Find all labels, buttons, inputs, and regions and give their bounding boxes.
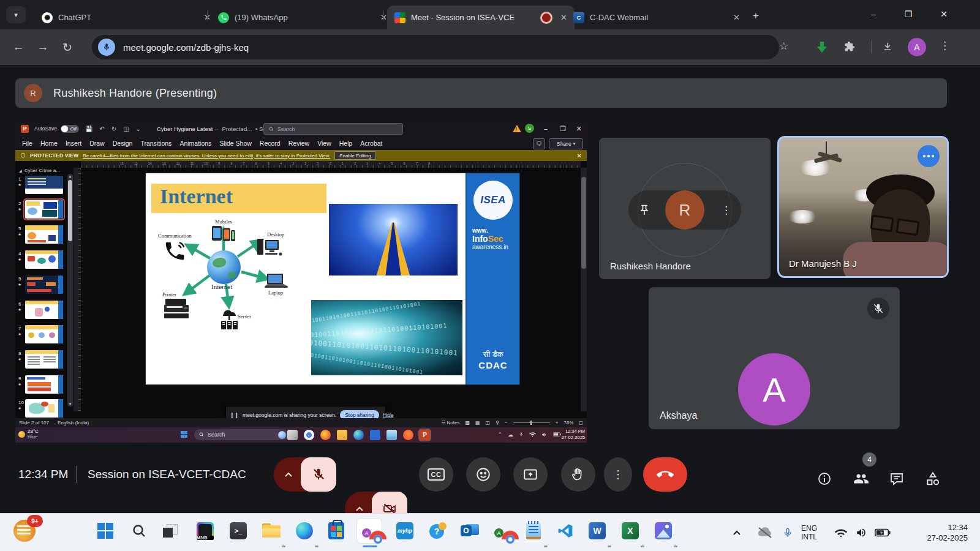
taskbar-search-icon[interactable] xyxy=(127,519,151,543)
view-slideshow-icon[interactable]: ⚲ xyxy=(496,420,499,425)
tab-search-chevron-icon[interactable]: ▾ xyxy=(6,6,26,23)
inner-battery-icon[interactable] xyxy=(553,432,561,437)
chat-button[interactable] xyxy=(884,467,909,491)
tray-mic-icon[interactable] xyxy=(783,514,793,551)
save-icon[interactable]: 💾 xyxy=(85,126,92,132)
slideshow-icon[interactable]: ◫ xyxy=(123,126,129,132)
menu-record[interactable]: Record xyxy=(260,140,281,147)
edge-icon[interactable] xyxy=(292,519,317,543)
language-switcher[interactable]: ENGINTL xyxy=(801,514,817,551)
chrome-profile2-icon[interactable]: A xyxy=(489,519,514,543)
more-options-button[interactable]: ⋮ xyxy=(604,457,632,492)
pause-icon[interactable]: ❙❙ xyxy=(230,412,239,418)
tile-akshaya[interactable]: A Akshaya xyxy=(649,287,900,429)
mic-mute-button[interactable] xyxy=(301,457,336,492)
slide-thumb-10[interactable]: 10★ xyxy=(15,399,74,420)
menu-transitions[interactable]: Transitions xyxy=(140,140,172,147)
slide-thumb-6[interactable]: 6★ xyxy=(15,301,74,321)
tile-rushikesh[interactable]: ⋮ R Rushikesh Handore xyxy=(599,138,771,279)
tray-battery-icon[interactable] xyxy=(875,514,891,551)
menu-draw[interactable]: Draw xyxy=(89,140,105,147)
inner-search-box[interactable]: Search xyxy=(194,429,288,440)
view-normal-icon[interactable]: ▩ xyxy=(465,420,470,425)
tray-speaker-icon[interactable] xyxy=(855,514,867,551)
pin-icon[interactable] xyxy=(638,204,650,216)
zoom-level[interactable]: 78% xyxy=(564,420,573,425)
inner-onedrive-icon[interactable]: ☁ xyxy=(508,432,513,438)
forward-button[interactable]: → xyxy=(31,35,55,59)
slide-thumb-5[interactable]: 5★ xyxy=(15,276,74,296)
protected-bar-close-icon[interactable]: ✕ xyxy=(577,152,582,159)
onedrive-paused-icon[interactable] xyxy=(757,514,773,551)
menu-view[interactable]: View xyxy=(317,140,331,147)
microsoft365-icon[interactable]: M365 xyxy=(193,519,217,543)
inner-start-button[interactable] xyxy=(181,431,188,438)
window-minimize-button[interactable]: – xyxy=(859,4,888,24)
menu-file[interactable]: File xyxy=(22,140,32,147)
notepad-icon[interactable] xyxy=(521,519,546,543)
menu-slideshow[interactable]: Slide Show xyxy=(219,140,252,147)
menu-help[interactable]: Help xyxy=(339,140,353,147)
autosave-toggle[interactable]: Off xyxy=(61,125,79,133)
inner-notepad-icon[interactable] xyxy=(386,430,397,440)
language-indicator[interactable]: English (India) xyxy=(58,420,89,425)
leave-call-button[interactable] xyxy=(643,457,687,492)
slide-thumb-8[interactable]: 8★ xyxy=(15,350,74,371)
captions-button[interactable]: CC xyxy=(419,457,453,492)
ppt-restore-button[interactable]: ❐ xyxy=(554,121,571,137)
inner-clock[interactable]: 12:34 PM 27-02-2025 xyxy=(562,429,585,441)
new-tab-button[interactable]: + xyxy=(747,7,764,24)
slide-thumb-7[interactable]: 7★ xyxy=(15,325,74,346)
view-reading-icon[interactable]: ◫ xyxy=(486,420,491,425)
menu-animations[interactable]: Animations xyxy=(179,140,211,147)
green-extension-icon[interactable] xyxy=(817,42,827,53)
inner-firefox-icon[interactable] xyxy=(320,430,331,440)
undo-icon[interactable]: ↶ xyxy=(99,126,104,132)
raise-hand-button[interactable] xyxy=(561,457,595,492)
fit-window-icon[interactable]: ◻ xyxy=(579,420,583,425)
file-explorer-icon[interactable] xyxy=(259,519,284,543)
ppt-minimize-button[interactable]: – xyxy=(537,121,554,137)
slide-thumb-4[interactable]: 4★ xyxy=(15,250,74,271)
enable-editing-button[interactable]: Enable Editing xyxy=(334,151,376,160)
hide-link[interactable]: Hide xyxy=(383,412,393,418)
section-header[interactable]: ◢Cyber Crime a... xyxy=(19,168,60,173)
tray-chevron-icon[interactable] xyxy=(733,514,741,551)
zoom-in-icon[interactable]: + xyxy=(556,420,559,425)
menu-review[interactable]: Review xyxy=(288,140,309,147)
tab-cdac-webmail[interactable]: C C-DAC Webmail ✕ xyxy=(566,6,747,29)
address-bar[interactable]: meet.google.com/zdb-gjhs-keq xyxy=(92,35,779,59)
qat-customize-icon[interactable]: ⌄ xyxy=(136,126,141,132)
tab-whatsapp[interactable]: (19) WhatsApp ✕ xyxy=(211,6,394,29)
profile-avatar[interactable]: A xyxy=(908,38,926,56)
inner-edge-icon[interactable] xyxy=(353,430,364,440)
mic-permission-icon[interactable] xyxy=(98,39,115,56)
reload-button[interactable]: ↻ xyxy=(55,35,80,59)
redo-icon[interactable]: ↻ xyxy=(111,126,116,132)
chrome-menu-kebab-icon[interactable]: ⋮ xyxy=(940,39,950,52)
extensions-puzzle-icon[interactable] xyxy=(844,41,855,52)
inner-powerpoint-icon[interactable]: P xyxy=(420,430,430,440)
get-help-icon[interactable]: ? xyxy=(426,519,450,543)
ppt-search-box[interactable]: Search xyxy=(263,123,403,135)
comments-icon[interactable]: 🗨 xyxy=(533,138,545,149)
inner-tray-chevron-icon[interactable]: ⌃ xyxy=(497,432,502,438)
zoom-slider[interactable] xyxy=(513,422,550,423)
activities-button[interactable] xyxy=(921,467,945,491)
outlook-icon[interactable]: O xyxy=(458,519,482,543)
word-icon[interactable]: W xyxy=(585,519,609,543)
inner-chrome-icon[interactable] xyxy=(304,430,314,440)
bookmark-star-icon[interactable]: ☆ xyxy=(779,40,788,53)
inner-brave-icon[interactable] xyxy=(403,430,413,440)
menu-insert[interactable]: Insert xyxy=(66,140,81,147)
slide-thumb-3[interactable]: 3★ xyxy=(15,225,74,246)
vscode-icon[interactable] xyxy=(553,519,578,543)
view-sorter-icon[interactable]: ▦ xyxy=(475,420,480,425)
myhp-icon[interactable]: myhp xyxy=(393,519,417,543)
microsoft-store-icon[interactable] xyxy=(324,519,349,543)
tab-close-icon[interactable]: ✕ xyxy=(733,13,740,22)
download-icon[interactable] xyxy=(882,41,893,52)
tray-wifi-icon[interactable] xyxy=(834,514,848,551)
back-button[interactable]: ← xyxy=(6,35,31,59)
menu-design[interactable]: Design xyxy=(113,140,133,147)
